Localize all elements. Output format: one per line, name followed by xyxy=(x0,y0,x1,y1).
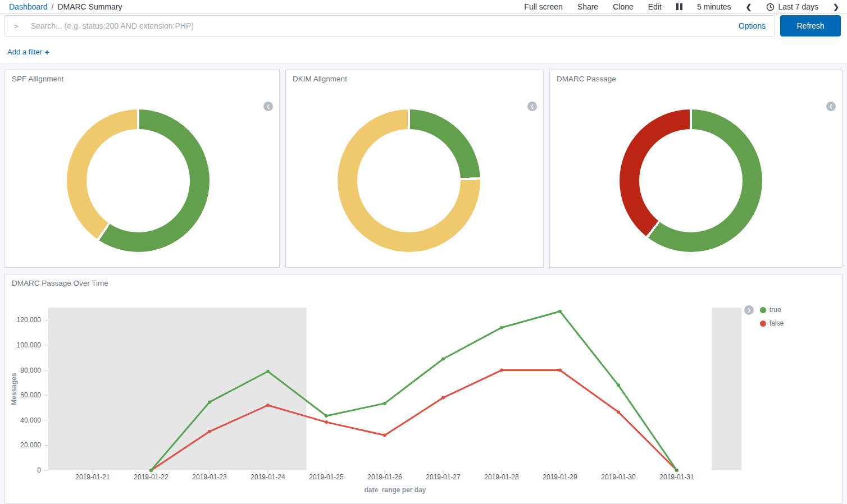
share-button[interactable]: Share xyxy=(577,2,598,11)
svg-text:2019-01-27: 2019-01-27 xyxy=(426,473,461,481)
donut-hole xyxy=(86,129,190,232)
legend-dot-icon xyxy=(760,320,766,327)
breadcrumb: Dashboard / DMARC Summary xyxy=(9,2,122,11)
svg-text:60,000: 60,000 xyxy=(20,391,41,399)
svg-text:80,000: 80,000 xyxy=(20,366,41,374)
panel-spf-alignment: SPF Allignment ❮ xyxy=(4,70,280,268)
svg-text:120,000: 120,000 xyxy=(17,316,42,324)
legend-collapse-button[interactable]: ❮ xyxy=(263,102,273,111)
legend-collapse-button[interactable]: ❮ xyxy=(527,102,537,111)
legend-dot-icon xyxy=(760,307,766,313)
pause-icon[interactable] xyxy=(676,3,682,10)
search-bar: >_ Options xyxy=(4,15,775,36)
svg-text:2019-01-30: 2019-01-30 xyxy=(601,473,636,481)
panel-title: SPF Allignment xyxy=(12,75,63,83)
filter-bar: Add a filter + xyxy=(7,47,49,57)
svg-text:2019-01-28: 2019-01-28 xyxy=(484,473,519,481)
panel-title: DKIM Alignment xyxy=(293,75,347,83)
add-filter-link[interactable]: Add a filter xyxy=(7,48,42,56)
panel-dkim-alignment: DKIM Alignment ❮ xyxy=(285,70,544,268)
svg-text:2019-01-31: 2019-01-31 xyxy=(659,473,694,481)
svg-text:40,000: 40,000 xyxy=(20,416,41,424)
fullscreen-button[interactable]: Full screen xyxy=(524,2,562,11)
donut-hole xyxy=(639,129,743,232)
legend-collapse-button[interactable]: ❮ xyxy=(826,102,836,111)
topnav-menu: Full screen Share Clone Edit 5 minutes ❮… xyxy=(524,2,839,11)
svg-text:2019-01-22: 2019-01-22 xyxy=(134,473,169,481)
dmarc-donut-chart[interactable] xyxy=(620,109,762,252)
svg-text:Messages: Messages xyxy=(10,373,18,405)
breadcrumb-dashboard-link[interactable]: Dashboard xyxy=(9,2,48,11)
edit-button[interactable]: Edit xyxy=(648,2,662,11)
breadcrumb-separator: / xyxy=(52,2,54,11)
panel-dmarc-over-time: DMARC Passage Over Time ❯ 020,00040,0006… xyxy=(4,274,843,503)
time-range-label: Last 7 days xyxy=(778,2,818,11)
donut-hole xyxy=(357,129,461,232)
time-forward-chevron-icon[interactable]: ❯ xyxy=(833,3,839,11)
options-link[interactable]: Options xyxy=(739,21,766,30)
svg-text:0: 0 xyxy=(37,466,41,474)
time-back-chevron-icon[interactable]: ❮ xyxy=(746,3,752,11)
legend-label: true xyxy=(769,306,781,314)
clock-icon xyxy=(766,3,775,11)
svg-text:2019-01-23: 2019-01-23 xyxy=(192,473,227,481)
panel-title: DMARC Passage xyxy=(557,75,616,83)
legend-label: false xyxy=(769,319,784,327)
svg-text:2019-01-21: 2019-01-21 xyxy=(75,473,110,481)
svg-text:2019-01-24: 2019-01-24 xyxy=(251,473,285,481)
search-input[interactable] xyxy=(31,21,732,30)
legend-item-false[interactable]: false xyxy=(760,319,784,327)
spf-donut-chart[interactable] xyxy=(67,109,210,252)
dashboard-grid: SPF Allignment ❮ DKIM Alignment ❮ DMARC … xyxy=(0,63,847,504)
panel-dmarc-passage: DMARC Passage ❮ xyxy=(549,70,843,268)
svg-text:100,000: 100,000 xyxy=(17,341,42,349)
clone-button[interactable]: Clone xyxy=(613,2,634,11)
svg-text:2019-01-26: 2019-01-26 xyxy=(367,473,402,481)
svg-text:2019-01-29: 2019-01-29 xyxy=(543,473,577,481)
time-picker-button[interactable]: Last 7 days xyxy=(766,2,818,11)
svg-text:date_range per day: date_range per day xyxy=(364,486,426,494)
svg-text:2019-01-25: 2019-01-25 xyxy=(309,473,344,481)
refresh-button[interactable]: Refresh xyxy=(780,15,841,36)
refresh-interval-button[interactable]: 5 minutes xyxy=(697,2,731,11)
dmarc-over-time-line-chart[interactable]: 020,00040,00060,00080,000100,000120,0002… xyxy=(5,274,843,503)
legend-item-true[interactable]: true xyxy=(760,306,784,314)
page-title: DMARC Summary xyxy=(57,2,122,11)
query-prompt-icon: >_ xyxy=(14,22,23,30)
dkim-donut-chart[interactable] xyxy=(338,109,480,252)
add-filter-plus-icon[interactable]: + xyxy=(44,47,49,57)
chart-legend: truefalse xyxy=(760,306,784,333)
svg-text:20,000: 20,000 xyxy=(20,441,41,449)
top-navbar: Dashboard / DMARC Summary Full screen Sh… xyxy=(0,0,847,14)
